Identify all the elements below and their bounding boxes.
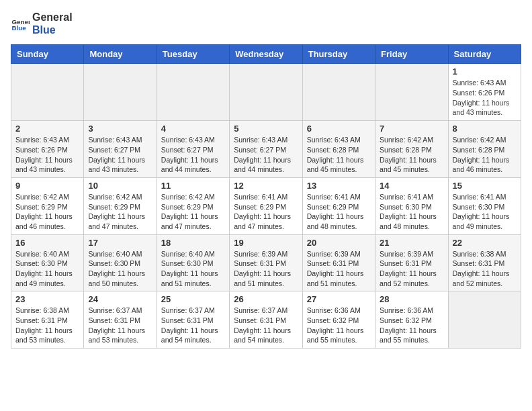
calendar-cell: 25Sunrise: 6:37 AM Sunset: 6:31 PM Dayli… — [157, 291, 229, 349]
calendar-cell — [157, 64, 229, 121]
day-header-thursday: Thursday — [302, 45, 375, 64]
calendar-cell: 12Sunrise: 6:41 AM Sunset: 6:29 PM Dayli… — [230, 177, 302, 234]
svg-text:Blue: Blue — [11, 24, 26, 32]
day-number: 1 — [453, 66, 517, 77]
calendar-week-row: 1Sunrise: 6:43 AM Sunset: 6:26 PM Daylig… — [11, 64, 521, 121]
day-info: Sunrise: 6:42 AM Sunset: 6:29 PM Dayligh… — [15, 192, 79, 232]
calendar-cell: 3Sunrise: 6:43 AM Sunset: 6:27 PM Daylig… — [84, 121, 157, 178]
day-number: 10 — [88, 181, 152, 191]
calendar-cell: 28Sunrise: 6:36 AM Sunset: 6:32 PM Dayli… — [375, 291, 448, 349]
calendar-cell: 1Sunrise: 6:43 AM Sunset: 6:26 PM Daylig… — [448, 64, 521, 121]
day-info: Sunrise: 6:37 AM Sunset: 6:31 PM Dayligh… — [88, 306, 152, 345]
logo-general: General — [32, 11, 73, 24]
day-info: Sunrise: 6:43 AM Sunset: 6:28 PM Dayligh… — [307, 135, 371, 175]
calendar-cell — [84, 64, 157, 121]
day-number: 28 — [380, 294, 443, 304]
day-number: 3 — [88, 124, 152, 134]
day-info: Sunrise: 6:43 AM Sunset: 6:26 PM Dayligh… — [15, 135, 79, 175]
logo-blue: Blue — [32, 24, 73, 36]
calendar-cell: 18Sunrise: 6:40 AM Sunset: 6:30 PM Dayli… — [157, 234, 229, 291]
logo: General Blue General Blue — [11, 11, 73, 36]
day-number: 12 — [234, 181, 298, 191]
calendar-cell: 4Sunrise: 6:43 AM Sunset: 6:27 PM Daylig… — [157, 121, 229, 178]
day-header-saturday: Saturday — [448, 45, 521, 64]
logo-icon: General Blue — [11, 14, 30, 33]
day-info: Sunrise: 6:42 AM Sunset: 6:28 PM Dayligh… — [380, 135, 443, 175]
calendar-table: SundayMondayTuesdayWednesdayThursdayFrid… — [11, 44, 521, 349]
day-number: 7 — [380, 124, 443, 134]
day-info: Sunrise: 6:38 AM Sunset: 6:31 PM Dayligh… — [15, 306, 79, 345]
day-header-tuesday: Tuesday — [157, 45, 229, 64]
day-info: Sunrise: 6:41 AM Sunset: 6:29 PM Dayligh… — [234, 192, 298, 232]
day-info: Sunrise: 6:40 AM Sunset: 6:30 PM Dayligh… — [15, 249, 79, 289]
calendar-cell: 11Sunrise: 6:42 AM Sunset: 6:29 PM Dayli… — [157, 177, 229, 234]
day-info: Sunrise: 6:39 AM Sunset: 6:31 PM Dayligh… — [380, 249, 443, 289]
day-number: 25 — [161, 294, 225, 304]
calendar-cell: 14Sunrise: 6:41 AM Sunset: 6:30 PM Dayli… — [375, 177, 448, 234]
day-number: 5 — [234, 124, 298, 134]
day-number: 24 — [88, 294, 152, 304]
day-number: 18 — [161, 238, 225, 248]
calendar-cell — [230, 64, 302, 121]
day-info: Sunrise: 6:41 AM Sunset: 6:29 PM Dayligh… — [307, 192, 371, 232]
calendar-week-row: 9Sunrise: 6:42 AM Sunset: 6:29 PM Daylig… — [11, 177, 521, 234]
calendar-cell: 16Sunrise: 6:40 AM Sunset: 6:30 PM Dayli… — [11, 234, 84, 291]
calendar-cell — [448, 291, 521, 349]
day-number: 14 — [380, 181, 443, 191]
calendar-cell: 21Sunrise: 6:39 AM Sunset: 6:31 PM Dayli… — [375, 234, 448, 291]
day-header-wednesday: Wednesday — [230, 45, 302, 64]
day-info: Sunrise: 6:41 AM Sunset: 6:30 PM Dayligh… — [453, 192, 517, 232]
day-info: Sunrise: 6:42 AM Sunset: 6:28 PM Dayligh… — [453, 135, 517, 175]
calendar-cell: 7Sunrise: 6:42 AM Sunset: 6:28 PM Daylig… — [375, 121, 448, 178]
day-info: Sunrise: 6:39 AM Sunset: 6:31 PM Dayligh… — [307, 249, 371, 289]
calendar-cell: 24Sunrise: 6:37 AM Sunset: 6:31 PM Dayli… — [84, 291, 157, 349]
calendar-cell — [11, 64, 84, 121]
calendar-cell: 17Sunrise: 6:40 AM Sunset: 6:30 PM Dayli… — [84, 234, 157, 291]
day-info: Sunrise: 6:42 AM Sunset: 6:29 PM Dayligh… — [161, 192, 225, 232]
calendar-header-row: SundayMondayTuesdayWednesdayThursdayFrid… — [11, 45, 521, 64]
day-number: 23 — [15, 294, 79, 304]
day-number: 6 — [307, 124, 371, 134]
day-number: 8 — [453, 124, 517, 134]
calendar-cell — [302, 64, 375, 121]
day-number: 21 — [380, 238, 443, 248]
day-number: 15 — [453, 181, 517, 191]
day-info: Sunrise: 6:40 AM Sunset: 6:30 PM Dayligh… — [161, 249, 225, 289]
calendar-week-row: 2Sunrise: 6:43 AM Sunset: 6:26 PM Daylig… — [11, 121, 521, 178]
day-info: Sunrise: 6:41 AM Sunset: 6:30 PM Dayligh… — [380, 192, 443, 232]
day-number: 27 — [307, 294, 371, 304]
day-info: Sunrise: 6:42 AM Sunset: 6:29 PM Dayligh… — [88, 192, 152, 232]
calendar-cell: 9Sunrise: 6:42 AM Sunset: 6:29 PM Daylig… — [11, 177, 84, 234]
calendar-cell — [375, 64, 448, 121]
calendar-cell: 27Sunrise: 6:36 AM Sunset: 6:32 PM Dayli… — [302, 291, 375, 349]
day-info: Sunrise: 6:39 AM Sunset: 6:31 PM Dayligh… — [234, 249, 298, 289]
day-info: Sunrise: 6:40 AM Sunset: 6:30 PM Dayligh… — [88, 249, 152, 289]
day-info: Sunrise: 6:37 AM Sunset: 6:31 PM Dayligh… — [234, 306, 298, 345]
day-number: 26 — [234, 294, 298, 304]
calendar-cell: 20Sunrise: 6:39 AM Sunset: 6:31 PM Dayli… — [302, 234, 375, 291]
day-header-sunday: Sunday — [11, 45, 84, 64]
day-number: 11 — [161, 181, 225, 191]
calendar-cell: 2Sunrise: 6:43 AM Sunset: 6:26 PM Daylig… — [11, 121, 84, 178]
calendar-cell: 8Sunrise: 6:42 AM Sunset: 6:28 PM Daylig… — [448, 121, 521, 178]
day-number: 22 — [453, 238, 517, 248]
day-number: 20 — [307, 238, 371, 248]
day-info: Sunrise: 6:38 AM Sunset: 6:31 PM Dayligh… — [453, 249, 517, 289]
day-info: Sunrise: 6:43 AM Sunset: 6:27 PM Dayligh… — [234, 135, 298, 175]
calendar-cell: 23Sunrise: 6:38 AM Sunset: 6:31 PM Dayli… — [11, 291, 84, 349]
calendar-week-row: 16Sunrise: 6:40 AM Sunset: 6:30 PM Dayli… — [11, 234, 521, 291]
day-info: Sunrise: 6:43 AM Sunset: 6:26 PM Dayligh… — [453, 78, 517, 118]
day-number: 17 — [88, 238, 152, 248]
calendar-cell: 6Sunrise: 6:43 AM Sunset: 6:28 PM Daylig… — [302, 121, 375, 178]
calendar-cell: 15Sunrise: 6:41 AM Sunset: 6:30 PM Dayli… — [448, 177, 521, 234]
day-info: Sunrise: 6:43 AM Sunset: 6:27 PM Dayligh… — [161, 135, 225, 175]
day-number: 2 — [15, 124, 79, 134]
day-info: Sunrise: 6:36 AM Sunset: 6:32 PM Dayligh… — [307, 306, 371, 345]
day-number: 13 — [307, 181, 371, 191]
day-header-monday: Monday — [84, 45, 157, 64]
day-number: 4 — [161, 124, 225, 134]
day-number: 19 — [234, 238, 298, 248]
day-info: Sunrise: 6:37 AM Sunset: 6:31 PM Dayligh… — [161, 306, 225, 345]
calendar-cell: 22Sunrise: 6:38 AM Sunset: 6:31 PM Dayli… — [448, 234, 521, 291]
calendar-cell: 19Sunrise: 6:39 AM Sunset: 6:31 PM Dayli… — [230, 234, 302, 291]
